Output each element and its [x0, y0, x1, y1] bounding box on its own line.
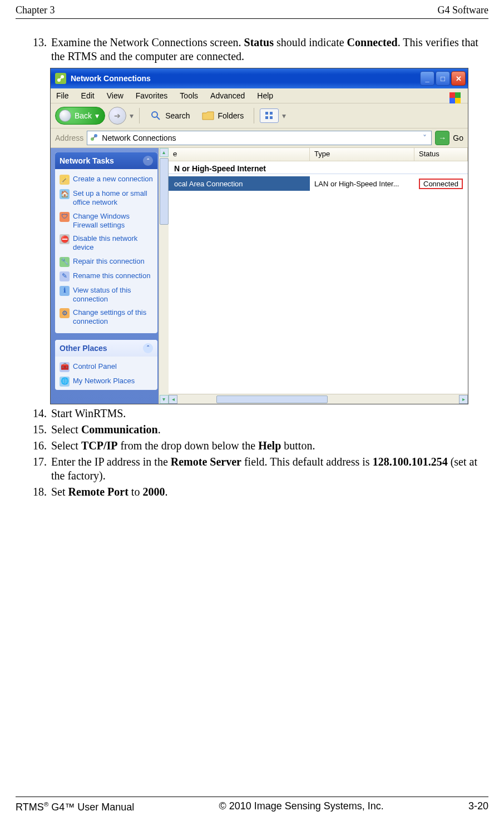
task-label: Control Panel	[73, 362, 117, 372]
screenshot-window: Network Connections _ □ ✕ File Edit View…	[50, 68, 468, 404]
minimize-button[interactable]: _	[420, 71, 434, 86]
task-disable-device[interactable]: ⛔Disable this network device	[58, 232, 154, 255]
task-firewall[interactable]: 🛡Change Windows Firewall settings	[58, 210, 154, 233]
header-right: G4 Software	[438, 4, 488, 16]
chevron-down-icon[interactable]: ▾	[130, 112, 134, 120]
text: Examine the Network Connections screen.	[51, 36, 244, 48]
col-name[interactable]: e	[169, 148, 310, 161]
step-body: Enter the IP address in the Remote Serve…	[51, 455, 487, 483]
task-label: Create a new connection	[73, 175, 153, 185]
menu-advanced[interactable]: Advanced	[210, 92, 245, 100]
search-button[interactable]: Search	[145, 107, 194, 124]
task-label: Change Windows Firewall settings	[73, 212, 153, 230]
step-14: 14. Start WinRTMS.	[32, 407, 487, 421]
text: G4™ User Manual	[48, 802, 134, 813]
menu-tools[interactable]: Tools	[180, 92, 198, 100]
task-create-connection[interactable]: 🪄Create a new connection	[58, 172, 154, 187]
bold-text: 128.100.101.254	[373, 456, 448, 468]
text: Enter the IP address in the	[51, 456, 171, 468]
group-header: N or High-Speed Internet	[169, 161, 468, 174]
col-type[interactable]: Type	[310, 148, 414, 161]
address-bar: Address Network Connections ˅ → Go	[51, 128, 468, 148]
page-content: 13. Examine the Network Connections scre…	[0, 19, 504, 499]
page-header: Chapter 3 G4 Software	[0, 0, 504, 18]
step-body: Examine the Network Connections screen. …	[51, 36, 487, 63]
network-tasks-panel: Network Tasks ˆ 🪄Create a new connection…	[55, 152, 157, 333]
task-setup-network[interactable]: 🏠Set up a home or small office network	[58, 187, 154, 210]
scroll-track[interactable]	[177, 395, 459, 404]
step-number: 13.	[32, 36, 51, 63]
task-repair[interactable]: 🔧Repair this connection	[58, 255, 154, 269]
sidebar-scrollbar[interactable]: ▴ ▾	[159, 148, 169, 404]
svg-rect-6	[270, 112, 273, 115]
task-rename[interactable]: ✎Rename this connection	[58, 269, 154, 284]
text: button.	[281, 439, 315, 452]
text: Select	[51, 423, 81, 436]
task-label: My Network Places	[73, 377, 135, 387]
app-icon	[55, 73, 66, 84]
forward-button[interactable]: ➔	[108, 107, 126, 125]
col-status[interactable]: Status	[414, 148, 468, 161]
svg-rect-5	[265, 112, 268, 115]
menu-file[interactable]: File	[56, 92, 69, 100]
folders-button[interactable]: Folders	[197, 107, 248, 124]
address-input[interactable]: Network Connections ˅	[87, 131, 432, 145]
step-number: 14.	[32, 407, 51, 421]
scroll-down-icon[interactable]: ▾	[160, 395, 169, 404]
connection-row[interactable]: ocal Area Connection LAN or High-Speed I…	[169, 176, 468, 191]
step-body: Select Communication.	[51, 423, 487, 437]
views-button[interactable]	[260, 108, 279, 123]
horizontal-scrollbar[interactable]: ◂ ▸	[169, 394, 468, 404]
svg-line-11	[93, 136, 95, 139]
back-arrow-icon	[59, 110, 71, 122]
task-label: Disable this network device	[73, 234, 153, 253]
text: .	[158, 423, 161, 436]
menu-help[interactable]: Help	[257, 92, 273, 100]
back-button[interactable]: Back ▾	[55, 107, 105, 125]
menu-edit[interactable]: Edit	[81, 92, 95, 100]
bold-text: Help	[258, 439, 281, 452]
main-area: Network Tasks ˆ 🪄Create a new connection…	[51, 148, 468, 404]
text: field. This default address is	[241, 456, 373, 468]
panel-header[interactable]: Network Tasks ˆ	[55, 152, 157, 169]
menu-favorites[interactable]: Favorites	[136, 92, 168, 100]
page-footer: RTMS® G4™ User Manual © 2010 Image Sensi…	[0, 797, 504, 821]
footer-center: © 2010 Image Sensing Systems, Inc.	[219, 800, 383, 813]
step-17: 17. Enter the IP address in the Remote S…	[32, 455, 487, 483]
task-label: Set up a home or small office network	[73, 189, 153, 207]
task-view-status[interactable]: ℹView status of this connection	[58, 284, 154, 306]
step-body: Select TCP/IP from the drop down below t…	[51, 439, 487, 453]
menu-view[interactable]: View	[107, 92, 123, 100]
task-label: View status of this connection	[73, 286, 153, 304]
footer-left: RTMS® G4™ User Manual	[16, 800, 134, 813]
scroll-thumb[interactable]	[160, 158, 169, 225]
scroll-thumb[interactable]	[216, 395, 328, 403]
windows-flag-icon[interactable]	[446, 90, 465, 106]
close-button[interactable]: ✕	[451, 71, 466, 86]
task-label: Change settings of this connection	[73, 308, 153, 327]
go-button[interactable]: →	[435, 131, 449, 145]
maximize-button[interactable]: □	[436, 71, 450, 86]
row-name: ocal Area Connection	[174, 180, 243, 187]
place-my-network[interactable]: 🌐My Network Places	[58, 374, 154, 389]
chevron-down-icon[interactable]: ˅	[421, 134, 429, 142]
scroll-left-icon[interactable]: ◂	[169, 395, 177, 404]
column-headers: e Type Status	[169, 148, 468, 161]
task-change-settings[interactable]: ⚙Change settings of this connection	[58, 306, 154, 329]
panel-body: 🧰Control Panel 🌐My Network Places	[55, 357, 157, 390]
bold-text: Status	[244, 36, 274, 48]
collapse-icon: ˆ	[143, 343, 153, 353]
titlebar[interactable]: Network Connections _ □ ✕	[51, 68, 468, 88]
window-title: Network Connections	[71, 75, 151, 82]
scroll-right-icon[interactable]: ▸	[459, 395, 468, 404]
scroll-up-icon[interactable]: ▴	[160, 148, 169, 157]
step-number: 17.	[32, 455, 51, 483]
network-icon	[90, 133, 98, 143]
home-network-icon: 🏠	[60, 189, 70, 199]
step-13: 13. Examine the Network Connections scre…	[32, 36, 487, 63]
place-control-panel[interactable]: 🧰Control Panel	[58, 360, 154, 374]
chevron-down-icon[interactable]: ▾	[282, 112, 286, 120]
svg-rect-7	[265, 116, 268, 119]
panel-header[interactable]: Other Places ˆ	[55, 340, 157, 357]
go-label: Go	[453, 134, 463, 142]
